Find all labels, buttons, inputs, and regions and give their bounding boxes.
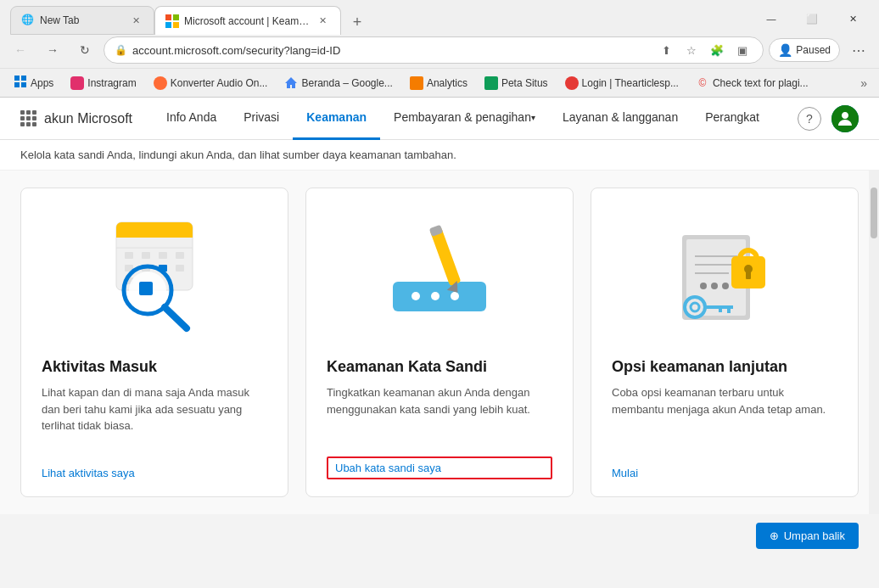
ms-account-nav: akun Microsoft Info Anda Privasi Keamana… [0, 98, 879, 140]
address-bar[interactable]: 🔒 ⬆ ☆ 🧩 ▣ [104, 36, 764, 64]
peta-icon [484, 76, 498, 90]
bookmark-instagram-label: Instragram [87, 77, 136, 89]
tab-favicon-2 [165, 14, 179, 28]
card2-description: Tingkatkan keamanan akun Anda dengan men… [327, 384, 552, 440]
nav-layanan[interactable]: Layanan & langganan [549, 98, 691, 140]
browser-menu-button[interactable]: ⋯ [845, 36, 872, 64]
bookmark-apps[interactable]: Apps [7, 71, 60, 94]
tab-favicon-1: 🌐 [21, 14, 35, 27]
title-bar: 🌐 New Tab ✕ Microsoft account | Keamanan… [0, 0, 879, 32]
card2-content: Keamanan Kata Sandi Tingkatkan keamanan … [306, 358, 573, 496]
paused-icon: 👤 [778, 43, 792, 57]
svg-rect-16 [176, 265, 184, 272]
card3-title: Opsi keamanan lanjutan [612, 358, 837, 376]
bookmark-konverter[interactable]: Konverter Audio On... [147, 73, 275, 93]
nav-privasi[interactable]: Privasi [230, 98, 293, 140]
bookmark-login[interactable]: Login | Thearticlesp... [558, 73, 686, 93]
bookmark-konverter-label: Konverter Audio On... [171, 77, 268, 89]
feedback-button[interactable]: ⊕ Umpan balik [756, 523, 859, 549]
svg-point-35 [711, 283, 718, 289]
maximize-button[interactable]: ⬜ [792, 5, 831, 32]
bookmark-instagram[interactable]: Instragram [64, 73, 143, 93]
svg-rect-10 [142, 252, 150, 259]
card2-illustration [306, 188, 573, 358]
paused-button[interactable]: 👤 Paused [769, 38, 840, 62]
svg-rect-22 [393, 282, 486, 311]
subtitle-text: Kelola kata sandi Anda, lindungi akun An… [20, 148, 456, 161]
card1-title: Aktivitas Masuk [42, 358, 267, 376]
browser-chrome: 🌐 New Tab ✕ Microsoft account | Keamanan… [0, 0, 879, 98]
window-controls: — ⬜ ✕ [752, 5, 872, 32]
minimize-button[interactable]: — [752, 5, 791, 32]
bookmark-apps-label: Apps [31, 77, 53, 89]
tab-close-1[interactable]: ✕ [128, 13, 143, 28]
card-keamanan-kata-sandi: Keamanan Kata Sandi Tingkatkan keamanan … [305, 188, 574, 497]
new-tab-button[interactable]: + [344, 9, 370, 35]
bookmarks-bar: Apps Instragram Konverter Audio On... Be… [0, 68, 879, 97]
login-icon [565, 76, 579, 90]
bookmark-login-label: Login | Thearticlesp... [582, 77, 679, 89]
user-avatar[interactable] [831, 105, 859, 132]
refresh-button[interactable]: ↻ [71, 36, 98, 64]
ms-grid-icon[interactable] [20, 110, 37, 127]
paused-label: Paused [796, 44, 831, 56]
feedback-label: Umpan balik [784, 529, 845, 542]
sidebar-icon[interactable]: ▣ [732, 40, 753, 60]
nav-pembayaran[interactable]: Pembayaran & penagihan [380, 98, 549, 140]
scrollbar[interactable] [869, 171, 879, 514]
password-illustration [380, 210, 499, 337]
share-icon[interactable]: ⬆ [656, 40, 676, 60]
nav-perangkat[interactable]: Perangkat [691, 98, 773, 140]
forward-button[interactable]: → [39, 36, 66, 64]
card1-link[interactable]: Lihat aktivitas saya [42, 467, 267, 479]
konverter-icon [154, 76, 167, 90]
ms-nav-right: ? [798, 105, 859, 132]
tab-title-2: Microsoft account | Keamanan [184, 15, 310, 27]
tab-new-tab[interactable]: 🌐 New Tab ✕ [10, 6, 154, 35]
bookmark-beranda[interactable]: Beranda – Google... [277, 73, 399, 93]
scrollbar-thumb[interactable] [871, 188, 877, 238]
card3-link[interactable]: Mulai [612, 467, 837, 479]
address-icons: ⬆ ☆ 🧩 ▣ [656, 40, 753, 60]
svg-rect-11 [159, 252, 167, 259]
lock-icon: 🔒 [115, 44, 127, 56]
help-button[interactable]: ? [798, 107, 821, 131]
page-subtitle: Kelola kata sandi Anda, lindungi akun An… [0, 140, 879, 171]
bookmarks-more-button[interactable]: » [855, 73, 872, 93]
svg-rect-7 [116, 232, 193, 238]
ms-account-title: akun Microsoft [44, 111, 132, 126]
address-bar-row: ← → ↻ 🔒 ⬆ ☆ 🧩 ▣ 👤 Paused ⋯ [0, 32, 879, 68]
page-content: akun Microsoft Info Anda Privasi Keamana… [0, 98, 879, 557]
tab-close-2[interactable]: ✕ [315, 14, 330, 29]
bookmark-check-text[interactable]: © Check text for plagi... [689, 73, 815, 93]
extensions-icon[interactable]: 🧩 [707, 40, 727, 60]
card-aktivitas-masuk: Aktivitas Masuk Lihat kapan dan di mana … [20, 188, 288, 497]
star-icon[interactable]: ☆ [681, 40, 702, 60]
svg-rect-40 [746, 271, 751, 279]
aktivitas-illustration [95, 210, 214, 337]
svg-point-36 [722, 283, 729, 289]
svg-rect-21 [139, 282, 153, 295]
nav-keamanan[interactable]: Keamanan [293, 98, 380, 140]
address-input[interactable] [132, 44, 651, 57]
svg-rect-3 [21, 82, 26, 87]
card2-title: Keamanan Kata Sandi [327, 358, 552, 376]
security-illustration [665, 210, 784, 337]
card3-illustration [591, 188, 858, 358]
tab-title-1: New Tab [40, 14, 123, 26]
card2-link[interactable]: Ubah kata sandi saya [327, 456, 552, 479]
avatar-icon [831, 105, 859, 132]
feedback-row: ⊕ Umpan balik [0, 514, 879, 557]
back-button[interactable]: ← [7, 36, 34, 64]
svg-point-25 [451, 292, 459, 300]
close-button[interactable]: ✕ [833, 5, 872, 32]
bookmark-peta-situs[interactable]: Peta Situs [478, 73, 555, 93]
apps-grid-icon [14, 75, 27, 91]
svg-rect-1 [21, 76, 26, 81]
nav-info-anda[interactable]: Info Anda [153, 98, 230, 140]
tab-microsoft-account[interactable]: Microsoft account | Keamanan ✕ [154, 6, 341, 35]
bookmark-analytics[interactable]: Analytics [403, 73, 474, 93]
ms-nav-logo[interactable]: akun Microsoft [20, 110, 132, 127]
page-wrapper: Aktivitas Masuk Lihat kapan dan di mana … [0, 171, 879, 514]
feedback-icon: ⊕ [770, 529, 779, 542]
